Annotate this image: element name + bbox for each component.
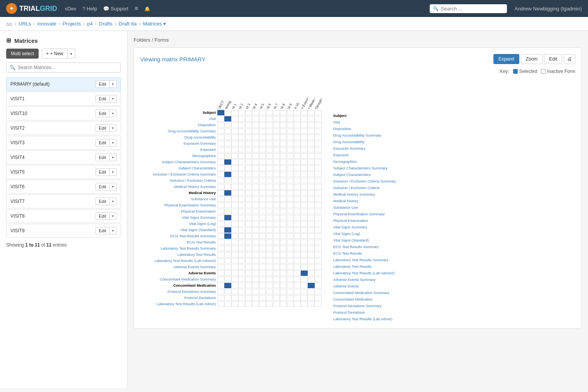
matrix-cell[interactable] (308, 128, 315, 134)
matrix-cell[interactable] (217, 215, 224, 220)
matrix-cell[interactable] (266, 227, 273, 233)
matrix-cell[interactable] (301, 128, 308, 134)
matrix-cell[interactable] (231, 110, 238, 115)
matrix-cell[interactable] (308, 116, 315, 122)
matrix-cell[interactable] (287, 110, 294, 115)
matrix-cell[interactable] (224, 295, 231, 301)
matrix-cell[interactable] (217, 209, 224, 214)
matrix-cell[interactable] (308, 215, 315, 220)
print-button[interactable]: 🖨 (564, 54, 575, 64)
matrix-cell[interactable] (252, 141, 259, 146)
matrix-cell[interactable] (245, 283, 252, 288)
matrix-cell[interactable] (238, 178, 245, 183)
matrix-cell[interactable] (252, 122, 259, 128)
matrix-cell[interactable] (252, 301, 259, 307)
matrix-cell[interactable] (217, 184, 224, 189)
matrix-item[interactable]: PRIMARY (default) Edit ▾ (6, 77, 121, 91)
matrix-cell[interactable] (266, 135, 273, 140)
matrix-cell[interactable] (280, 196, 287, 202)
matrix-cell[interactable] (308, 258, 315, 264)
matrix-cell[interactable] (273, 258, 280, 264)
matrix-cell[interactable] (217, 240, 224, 245)
matrix-cell[interactable] (315, 270, 322, 276)
matrix-cell[interactable] (315, 141, 322, 146)
matrix-cell[interactable] (259, 233, 266, 239)
matrix-cell[interactable] (301, 215, 308, 220)
matrix-cell[interactable] (259, 141, 266, 146)
matrix-edit-button[interactable]: Edit (95, 139, 110, 147)
matrix-cell[interactable] (294, 116, 301, 122)
nav-link-vdev[interactable]: vDev (65, 6, 76, 12)
matrix-item[interactable]: VISIT10 Edit ▾ (6, 106, 121, 120)
matrix-item[interactable]: VISIT1 Edit ▾ (6, 92, 121, 106)
matrix-cell[interactable] (231, 116, 238, 122)
matrix-edit-dropdown-button[interactable]: ▾ (110, 183, 117, 191)
matrix-cell[interactable] (308, 277, 315, 282)
matrix-cell[interactable] (294, 215, 301, 220)
matrix-cell[interactable] (273, 295, 280, 301)
matrix-cell[interactable] (315, 128, 322, 134)
matrix-cell[interactable] (252, 110, 259, 115)
matrix-cell[interactable] (308, 159, 315, 165)
matrix-cell[interactable] (217, 159, 224, 165)
matrix-cell[interactable] (217, 258, 224, 264)
matrix-cell[interactable] (245, 264, 252, 270)
matrix-cell[interactable] (224, 289, 231, 294)
matrix-edit-dropdown-button[interactable]: ▾ (110, 139, 117, 147)
matrix-cell[interactable] (224, 135, 231, 140)
matrix-cell[interactable] (280, 240, 287, 245)
matrix-cell[interactable] (308, 153, 315, 159)
matrix-cell[interactable] (245, 252, 252, 257)
search-box[interactable]: 🔍 (6, 63, 121, 73)
matrix-item[interactable]: VISIT4 Edit ▾ (6, 150, 121, 164)
matrix-cell[interactable] (224, 172, 231, 177)
zoom-button[interactable]: Zoom (521, 54, 543, 64)
matrix-cell[interactable] (224, 128, 231, 134)
matrix-cell[interactable] (231, 221, 238, 226)
matrix-cell[interactable] (217, 141, 224, 146)
matrix-cell[interactable] (287, 215, 294, 220)
matrix-cell[interactable] (301, 135, 308, 140)
matrix-cell[interactable] (301, 240, 308, 245)
breadcrumb-innovate[interactable]: innovate (37, 21, 56, 27)
matrix-cell[interactable] (231, 246, 238, 251)
matrix-cell[interactable] (259, 190, 266, 196)
matrix-cell[interactable] (238, 141, 245, 146)
matrix-cell[interactable] (301, 122, 308, 128)
matrix-cell[interactable] (287, 203, 294, 208)
matrix-cell[interactable] (238, 128, 245, 134)
matrix-cell[interactable] (315, 301, 322, 307)
matrix-cell[interactable] (287, 233, 294, 239)
matrix-cell[interactable] (252, 264, 259, 270)
matrix-cell[interactable] (245, 301, 252, 307)
matrix-cell[interactable] (287, 221, 294, 226)
matrix-cell[interactable] (273, 122, 280, 128)
matrix-cell[interactable] (252, 153, 259, 159)
matrix-cell[interactable] (245, 190, 252, 196)
matrix-cell[interactable] (266, 153, 273, 159)
matrix-cell[interactable] (280, 135, 287, 140)
matrix-cell[interactable] (217, 203, 224, 208)
matrix-cell[interactable] (280, 227, 287, 233)
matrix-cell[interactable] (252, 172, 259, 177)
matrix-cell[interactable] (294, 172, 301, 177)
matrix-cell[interactable] (273, 166, 280, 171)
matrix-cell[interactable] (259, 209, 266, 214)
matrix-cell[interactable] (287, 301, 294, 307)
matrix-cell[interactable] (294, 221, 301, 226)
matrix-cell[interactable] (245, 233, 252, 239)
matrix-cell[interactable] (245, 246, 252, 251)
matrix-cell[interactable] (259, 122, 266, 128)
matrix-cell[interactable] (308, 295, 315, 301)
nav-link-support[interactable]: 💬 Support (103, 6, 128, 12)
matrix-cell[interactable] (301, 227, 308, 233)
matrix-cell[interactable] (294, 233, 301, 239)
matrix-cell[interactable] (252, 209, 259, 214)
matrix-cell[interactable] (245, 221, 252, 226)
matrix-cell[interactable] (245, 258, 252, 264)
matrix-cell[interactable] (308, 141, 315, 146)
matrix-cell[interactable] (287, 258, 294, 264)
matrix-cell[interactable] (266, 289, 273, 294)
matrix-edit-button[interactable]: Edit (95, 110, 110, 117)
matrix-cell[interactable] (301, 141, 308, 146)
